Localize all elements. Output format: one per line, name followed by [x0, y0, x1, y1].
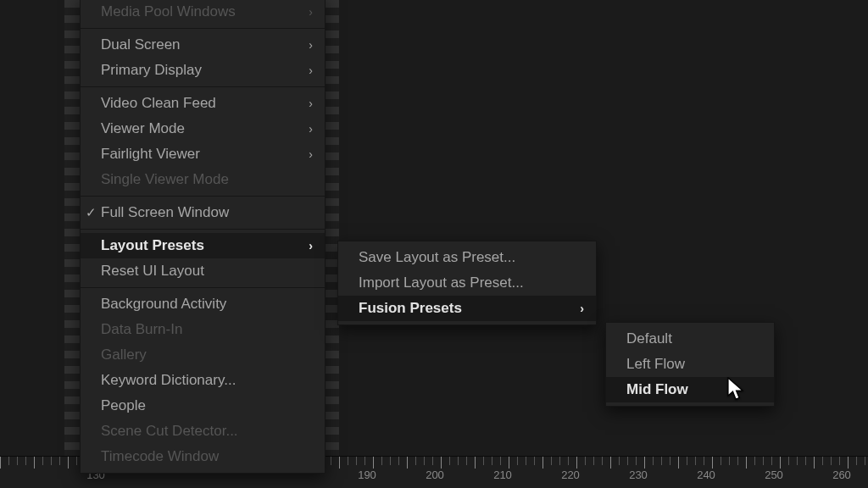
menu-separator: [81, 28, 325, 29]
chevron-right-icon: ›: [309, 5, 313, 19]
chevron-right-icon: ›: [309, 38, 313, 52]
menu-label: Full Screen Window: [101, 204, 313, 221]
menu-item-gallery[interactable]: Gallery: [81, 342, 325, 368]
menu-item-reset-ui-layout[interactable]: Reset UI Layout: [81, 258, 325, 284]
menu-item-timecode-window[interactable]: Timecode Window: [81, 444, 325, 469]
menu-item-keyword-dictionary[interactable]: Keyword Dictionary...: [81, 368, 325, 393]
menu-label: Background Activity: [101, 296, 313, 313]
menu-separator: [81, 287, 325, 288]
menu-label: Single Viewer Mode: [101, 171, 313, 188]
menu-label: Mid Flow: [626, 381, 762, 398]
menu-item-media-pool-windows[interactable]: Media Pool Windows ›: [81, 0, 325, 25]
menu-item-mid-flow[interactable]: Mid Flow: [606, 377, 774, 402]
bg-stripe-right: [324, 0, 339, 456]
ruler-label: 190: [358, 469, 376, 481]
ruler-label: 260: [832, 469, 851, 481]
check-icon: ✓: [86, 205, 97, 220]
menu-label: People: [101, 397, 313, 414]
bg-stripe-left: [64, 0, 80, 456]
menu-label: Layout Presets: [101, 237, 292, 254]
menu-item-import-layout[interactable]: Import Layout as Preset...: [338, 270, 596, 296]
menu-item-video-clean-feed[interactable]: Video Clean Feed ›: [81, 91, 325, 116]
menu-label: Dual Screen: [101, 36, 292, 53]
menu-label: Scene Cut Detector...: [101, 423, 313, 440]
menu-item-dual-screen[interactable]: Dual Screen ›: [81, 32, 325, 58]
ruler-label: 210: [493, 469, 512, 481]
menu-label: Viewer Mode: [101, 120, 292, 137]
menu-label: Data Burn-In: [101, 321, 313, 338]
ruler-label: 250: [765, 469, 783, 481]
ruler-label: 200: [426, 469, 444, 481]
menu-label: Left Flow: [626, 356, 762, 373]
layout-presets-submenu: Save Layout as Preset... Import Layout a…: [337, 241, 597, 325]
menu-separator: [81, 229, 325, 230]
menu-item-layout-presets[interactable]: Layout Presets ›: [81, 233, 325, 258]
menu-item-single-viewer-mode[interactable]: Single Viewer Mode: [81, 167, 325, 192]
ruler-label: 240: [697, 469, 715, 481]
chevron-right-icon: ›: [309, 97, 313, 110]
fusion-presets-submenu: Default Left Flow Mid Flow: [605, 322, 775, 407]
menu-item-full-screen-window[interactable]: ✓ Full Screen Window: [81, 200, 325, 225]
menu-label: Default: [626, 330, 762, 347]
menu-item-background-activity[interactable]: Background Activity: [81, 291, 325, 317]
menu-label: Timecode Window: [101, 448, 313, 465]
menu-item-data-burn-in[interactable]: Data Burn-In: [81, 317, 325, 342]
menu-item-left-flow[interactable]: Left Flow: [606, 352, 774, 377]
menu-item-default[interactable]: Default: [606, 326, 774, 352]
menu-label: Media Pool Windows: [101, 3, 292, 20]
menu-separator: [81, 86, 325, 87]
menu-label: Save Layout as Preset...: [359, 249, 584, 266]
chevron-right-icon: ›: [309, 147, 313, 161]
menu-item-fusion-presets[interactable]: Fusion Presets ›: [338, 296, 596, 321]
menu-label: Video Clean Feed: [101, 95, 292, 112]
menu-label: Keyword Dictionary...: [101, 372, 313, 389]
workspace-menu: Media Pool Windows › Dual Screen › Prima…: [80, 0, 326, 474]
menu-item-primary-display[interactable]: Primary Display ›: [81, 58, 325, 83]
menu-item-viewer-mode[interactable]: Viewer Mode ›: [81, 116, 325, 141]
chevron-right-icon: ›: [309, 64, 313, 77]
menu-label: Fairlight Viewer: [101, 146, 292, 163]
menu-label: Gallery: [101, 347, 313, 363]
menu-label: Primary Display: [101, 62, 292, 79]
ruler-label: 220: [561, 469, 580, 481]
menu-label: Reset UI Layout: [101, 263, 313, 280]
menu-separator: [81, 196, 325, 197]
menu-item-save-layout[interactable]: Save Layout as Preset...: [338, 245, 596, 270]
chevron-right-icon: ›: [309, 122, 313, 136]
menu-item-people[interactable]: People: [81, 393, 325, 419]
chevron-right-icon: ›: [580, 302, 584, 315]
menu-label: Fusion Presets: [359, 300, 563, 317]
menu-item-scene-cut-detector[interactable]: Scene Cut Detector...: [81, 419, 325, 444]
ruler-label: 230: [629, 469, 648, 481]
menu-label: Import Layout as Preset...: [359, 274, 584, 291]
chevron-right-icon: ›: [309, 239, 313, 252]
menu-item-fairlight-viewer[interactable]: Fairlight Viewer ›: [81, 141, 325, 167]
